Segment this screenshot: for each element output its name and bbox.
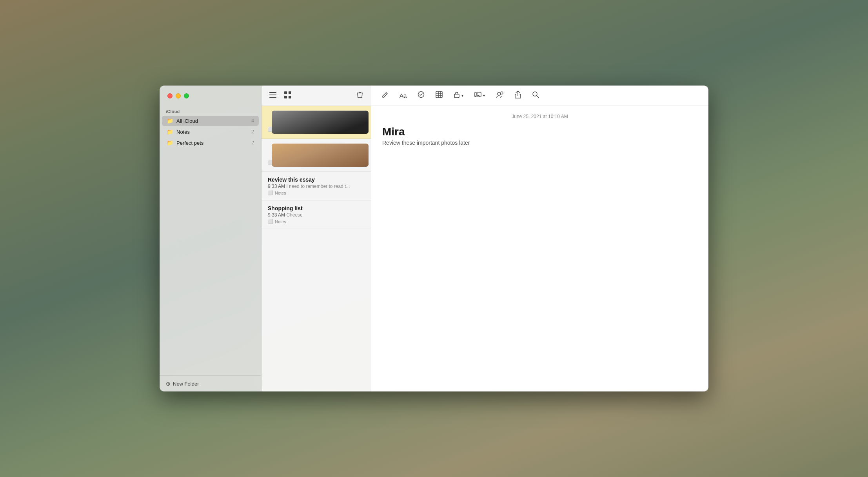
minimize-button[interactable] (176, 93, 181, 98)
svg-line-20 (537, 96, 539, 98)
svg-point-19 (533, 92, 537, 96)
fullscreen-button[interactable] (184, 93, 189, 98)
share-collab-button[interactable] (494, 89, 506, 102)
sidebar-item-count: 4 (251, 118, 254, 124)
note-preview: Cheese (286, 212, 302, 218)
note-item-mira[interactable]: Mira 10:10 AM Review these impo... ⬜ Per… (261, 106, 371, 139)
close-button[interactable] (167, 93, 173, 98)
note-folder-name: Notes (275, 219, 286, 224)
lock-icon (454, 91, 460, 100)
format-label: Aa (399, 92, 407, 99)
sidebar-item-all-icloud[interactable]: 📁 All iCloud 4 (162, 116, 259, 126)
folder-icon: ⬜ (268, 190, 273, 195)
new-folder-label: New Folder (173, 381, 199, 387)
folder-icon: 📁 (167, 140, 173, 146)
note-detail: Aa (371, 86, 708, 391)
detail-toolbar: Aa (371, 86, 708, 106)
sidebar-item-count: 2 (251, 140, 254, 146)
detail-date: June 25, 2021 at 10:10 AM (382, 114, 697, 119)
note-title: Review this essay (268, 177, 365, 183)
sidebar: iCloud 📁 All iCloud 4 📁 Notes 2 📁 Perfec… (160, 86, 261, 391)
note-info: Shopping list 9:33 AM Cheese ⬜ Notes (268, 205, 365, 224)
folder-icon: ⬜ (268, 219, 273, 224)
note-meta: 9:33 AM Cheese (268, 212, 365, 218)
svg-rect-1 (269, 95, 276, 95)
new-folder-button[interactable]: ⊕ New Folder (166, 381, 199, 387)
note-time: 9:33 AM (268, 184, 285, 189)
svg-point-17 (501, 92, 503, 94)
note-info: Review this essay 9:33 AM I need to reme… (268, 177, 365, 195)
note-title: Shopping list (268, 205, 365, 211)
sidebar-item-label: Notes (176, 129, 248, 135)
list-view-button[interactable] (268, 90, 278, 101)
svg-rect-3 (284, 91, 287, 94)
svg-rect-0 (269, 92, 276, 93)
sidebar-item-count: 2 (251, 129, 254, 135)
svg-rect-4 (289, 91, 291, 94)
trash-icon (357, 91, 363, 100)
note-item-shopping-list[interactable]: Shopping list 9:33 AM Cheese ⬜ Notes (261, 200, 371, 229)
search-button[interactable] (530, 89, 541, 102)
app-window: iCloud 📁 All iCloud 4 📁 Notes 2 📁 Perfec… (160, 86, 708, 391)
note-item-review-essay[interactable]: Review this essay 9:33 AM I need to reme… (261, 172, 371, 200)
format-button[interactable]: Aa (397, 91, 409, 100)
compose-icon (381, 91, 389, 100)
note-meta: 9:33 AM I need to remember to read t... (268, 184, 365, 189)
note-time: 9:33 AM (268, 212, 285, 218)
svg-rect-13 (454, 94, 459, 98)
delete-button[interactable] (355, 90, 365, 102)
sidebar-section-icloud: iCloud (160, 106, 261, 115)
note-preview: I need to remember to read t... (286, 184, 350, 189)
note-folder-line: ⬜ Notes (268, 219, 365, 224)
traffic-lights (167, 93, 189, 98)
table-button[interactable] (433, 89, 445, 102)
checklist-button[interactable] (415, 89, 427, 102)
photo-icon (474, 91, 481, 100)
grid-view-button[interactable] (283, 90, 293, 102)
lock-button[interactable]: ▾ (451, 89, 466, 102)
note-folder-name: Notes (275, 191, 286, 195)
chevron-down-icon: ▾ (461, 93, 463, 98)
note-item-winston[interactable]: Winston 10:09 AM 1 photo ⬜ Perfect pets (261, 139, 371, 172)
folder-icon: 📁 (167, 118, 173, 124)
table-icon (436, 91, 443, 100)
search-icon (532, 91, 539, 100)
svg-rect-6 (289, 96, 291, 98)
note-folder-line: ⬜ Notes (268, 190, 365, 195)
note-thumbnail (272, 144, 369, 167)
sidebar-bottom: ⊕ New Folder (160, 375, 261, 391)
collab-icon (496, 91, 504, 100)
checklist-icon (418, 91, 425, 100)
svg-rect-8 (436, 91, 442, 98)
svg-point-15 (476, 93, 478, 95)
share-button[interactable] (512, 89, 523, 102)
share-icon (515, 91, 521, 100)
notes-list-toolbar (261, 86, 371, 106)
sidebar-item-label: Perfect pets (176, 140, 248, 146)
detail-title: Mira (382, 126, 697, 138)
detail-subtitle: Review these important photos later (382, 140, 697, 146)
svg-point-16 (498, 92, 501, 95)
svg-rect-5 (284, 96, 287, 98)
grid-icon (284, 91, 291, 100)
sidebar-item-notes[interactable]: 📁 Notes 2 (162, 127, 259, 137)
svg-rect-2 (269, 97, 276, 98)
note-thumbnail (272, 111, 369, 134)
compose-button[interactable] (379, 89, 391, 102)
chevron-down-icon: ▾ (483, 93, 485, 98)
folder-icon: 📁 (167, 129, 173, 135)
media-button[interactable]: ▾ (472, 89, 487, 102)
sidebar-item-perfect-pets[interactable]: 📁 Perfect pets 2 (162, 138, 259, 148)
notes-list: Mira 10:10 AM Review these impo... ⬜ Per… (261, 86, 371, 391)
sidebar-item-label: All iCloud (176, 118, 248, 124)
detail-content: June 25, 2021 at 10:10 AM Mira Review th… (371, 106, 708, 391)
plus-icon: ⊕ (166, 381, 171, 387)
list-icon (269, 92, 276, 100)
